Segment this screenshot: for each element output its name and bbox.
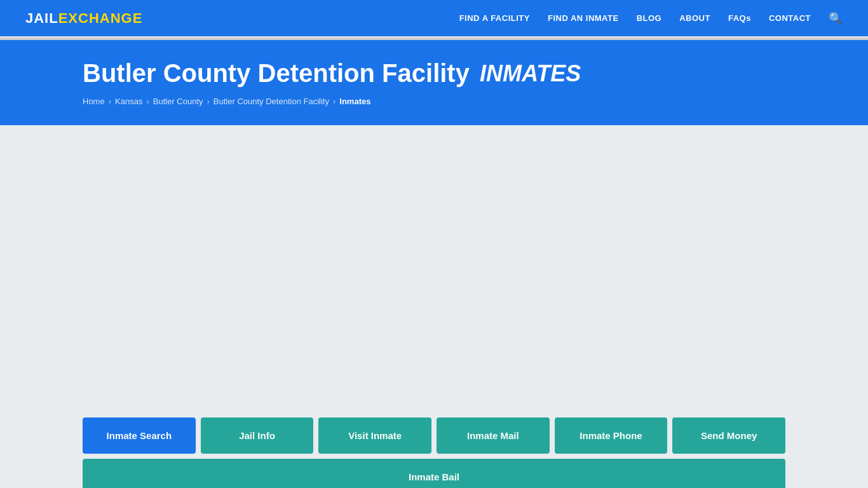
breadcrumb-sep-1: › [109,97,111,106]
nav-contact[interactable]: CONTACT [769,13,811,23]
breadcrumb-home[interactable]: Home [83,97,105,106]
search-icon[interactable]: 🔍 [829,11,843,25]
breadcrumb-facility[interactable]: Butler County Detention Facility [214,97,329,106]
breadcrumb: Home › Kansas › Butler County › Butler C… [83,97,785,106]
nav-blog[interactable]: BLOG [637,13,662,23]
page-title-inmates: INMATES [480,60,581,87]
btn-send-money[interactable]: Send Money [672,417,785,454]
breadcrumb-kansas[interactable]: Kansas [115,97,142,106]
button-row-1: Inmate Search Jail Info Visit Inmate Inm… [83,417,785,488]
logo[interactable]: JAIL EXCHANGE [25,10,142,27]
btn-inmate-bail[interactable]: Inmate Bail [83,459,785,488]
breadcrumb-sep-2: › [146,97,149,106]
nav-about[interactable]: ABOUT [679,13,710,23]
btn-inmate-phone[interactable]: Inmate Phone [555,417,668,454]
nav-find-facility[interactable]: FIND A FACILITY [459,13,530,23]
main-content-area [0,125,868,417]
btn-visit-inmate[interactable]: Visit Inmate [318,417,431,454]
hero-section: Butler County Detention Facility INMATES… [0,40,868,125]
breadcrumb-inmates: Inmates [339,97,370,106]
nav-find-inmate[interactable]: FIND AN INMATE [548,13,619,23]
page-title-main: Butler County Detention Facility [83,59,470,88]
nav-faqs[interactable]: FAQs [728,13,751,23]
breadcrumb-sep-3: › [207,97,210,106]
logo-jail: JAIL [25,10,58,27]
button-section: Inmate Search Jail Info Visit Inmate Inm… [0,417,868,488]
breadcrumb-sep-4: › [333,97,336,106]
btn-inmate-search[interactable]: Inmate Search [83,417,196,454]
breadcrumb-butler-county[interactable]: Butler County [153,97,203,106]
logo-exchange: EXCHANGE [58,10,143,27]
page-title: Butler County Detention Facility INMATES [83,59,785,88]
main-nav: FIND A FACILITY FIND AN INMATE BLOG ABOU… [459,11,843,25]
btn-inmate-mail[interactable]: Inmate Mail [437,417,550,454]
header: JAIL EXCHANGE FIND A FACILITY FIND AN IN… [0,0,868,38]
btn-jail-info[interactable]: Jail Info [201,417,314,454]
